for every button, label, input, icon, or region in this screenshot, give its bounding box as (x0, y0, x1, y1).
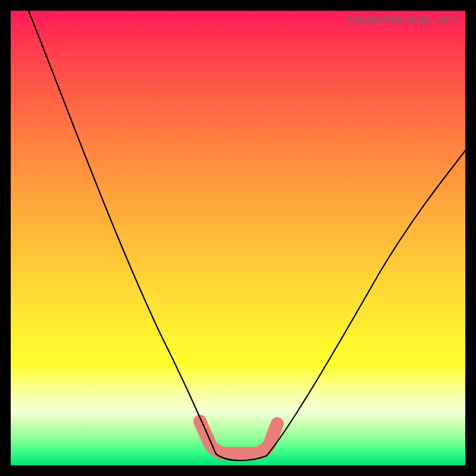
curve-left-branch (29, 11, 216, 454)
chart-svg (11, 11, 465, 465)
outer-frame: TheBottleneck.com (0, 0, 476, 476)
optimal-region-marker (200, 421, 277, 453)
curve-right-branch (267, 151, 465, 456)
plot-area: TheBottleneck.com (11, 11, 465, 465)
